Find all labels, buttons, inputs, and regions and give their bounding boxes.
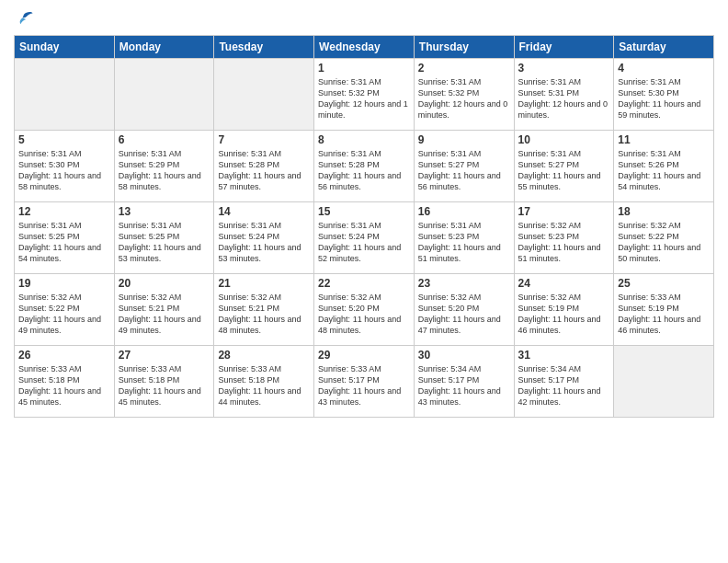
cell-content: Sunrise: 5:33 AMSunset: 5:17 PMDaylight:… — [318, 363, 410, 408]
cell-content: Sunrise: 5:31 AMSunset: 5:26 PMDaylight:… — [618, 148, 710, 193]
cell-content: Sunrise: 5:32 AMSunset: 5:23 PMDaylight:… — [518, 220, 610, 265]
calendar-cell: 25 Sunrise: 5:33 AMSunset: 5:19 PMDaylig… — [614, 274, 714, 346]
day-number: 16 — [418, 205, 510, 218]
day-number: 25 — [618, 277, 710, 290]
calendar-cell: 24 Sunrise: 5:32 AMSunset: 5:19 PMDaylig… — [514, 274, 614, 346]
calendar-table: SundayMondayTuesdayWednesdayThursdayFrid… — [14, 35, 714, 418]
week-row: 1 Sunrise: 5:31 AMSunset: 5:32 PMDayligh… — [15, 59, 714, 131]
calendar-cell: 6 Sunrise: 5:31 AMSunset: 5:29 PMDayligh… — [114, 131, 214, 202]
day-number: 20 — [119, 277, 210, 290]
day-header-wednesday: Wednesday — [314, 36, 415, 59]
day-number: 9 — [418, 133, 510, 146]
week-row: 12 Sunrise: 5:31 AMSunset: 5:25 PMDaylig… — [15, 202, 714, 274]
cell-content: Sunrise: 5:33 AMSunset: 5:18 PMDaylight:… — [218, 363, 310, 408]
day-header-sunday: Sunday — [15, 36, 115, 59]
day-number: 28 — [218, 349, 310, 362]
calendar-cell: 27 Sunrise: 5:33 AMSunset: 5:18 PMDaylig… — [114, 346, 214, 418]
calendar-cell: 12 Sunrise: 5:31 AMSunset: 5:25 PMDaylig… — [15, 202, 115, 274]
day-number: 10 — [518, 133, 610, 146]
day-number: 12 — [18, 205, 110, 218]
calendar-cell: 31 Sunrise: 5:34 AMSunset: 5:17 PMDaylig… — [514, 346, 614, 418]
day-number: 26 — [18, 349, 110, 362]
day-number: 23 — [418, 277, 510, 290]
cell-content: Sunrise: 5:32 AMSunset: 5:22 PMDaylight:… — [618, 220, 710, 265]
day-number: 1 — [318, 62, 410, 75]
cell-content: Sunrise: 5:33 AMSunset: 5:18 PMDaylight:… — [119, 363, 210, 408]
cell-content: Sunrise: 5:31 AMSunset: 5:24 PMDaylight:… — [218, 220, 310, 265]
cell-content: Sunrise: 5:34 AMSunset: 5:17 PMDaylight:… — [418, 363, 510, 408]
day-number: 11 — [618, 133, 710, 146]
calendar-cell: 4 Sunrise: 5:31 AMSunset: 5:30 PMDayligh… — [614, 59, 714, 131]
calendar-cell: 11 Sunrise: 5:31 AMSunset: 5:26 PMDaylig… — [614, 131, 714, 202]
calendar-cell: 15 Sunrise: 5:31 AMSunset: 5:24 PMDaylig… — [314, 202, 415, 274]
calendar-cell: 5 Sunrise: 5:31 AMSunset: 5:30 PMDayligh… — [15, 131, 115, 202]
week-row: 26 Sunrise: 5:33 AMSunset: 5:18 PMDaylig… — [15, 346, 714, 418]
day-number: 17 — [518, 205, 610, 218]
calendar-cell: 18 Sunrise: 5:32 AMSunset: 5:22 PMDaylig… — [614, 202, 714, 274]
cell-content: Sunrise: 5:32 AMSunset: 5:21 PMDaylight:… — [218, 292, 310, 337]
day-number: 13 — [119, 205, 210, 218]
cell-content: Sunrise: 5:33 AMSunset: 5:19 PMDaylight:… — [618, 292, 710, 337]
calendar-cell: 26 Sunrise: 5:33 AMSunset: 5:18 PMDaylig… — [15, 346, 115, 418]
cell-content: Sunrise: 5:31 AMSunset: 5:23 PMDaylight:… — [418, 220, 510, 265]
day-number: 14 — [218, 205, 310, 218]
calendar-cell: 3 Sunrise: 5:31 AMSunset: 5:31 PMDayligh… — [514, 59, 614, 131]
cell-content: Sunrise: 5:33 AMSunset: 5:18 PMDaylight:… — [18, 363, 110, 408]
day-number: 7 — [218, 133, 310, 146]
day-number: 29 — [318, 349, 410, 362]
day-header-tuesday: Tuesday — [214, 36, 314, 59]
cell-content: Sunrise: 5:31 AMSunset: 5:32 PMDaylight:… — [318, 76, 410, 121]
logo — [14, 9, 36, 29]
header-row: SundayMondayTuesdayWednesdayThursdayFrid… — [15, 36, 714, 59]
calendar-cell: 8 Sunrise: 5:31 AMSunset: 5:28 PMDayligh… — [314, 131, 415, 202]
day-number: 4 — [618, 62, 710, 75]
cell-content: Sunrise: 5:31 AMSunset: 5:28 PMDaylight:… — [218, 148, 310, 193]
day-header-thursday: Thursday — [414, 36, 514, 59]
calendar-cell: 21 Sunrise: 5:32 AMSunset: 5:21 PMDaylig… — [214, 274, 314, 346]
cell-content: Sunrise: 5:31 AMSunset: 5:27 PMDaylight:… — [418, 148, 510, 193]
cell-content: Sunrise: 5:31 AMSunset: 5:27 PMDaylight:… — [518, 148, 610, 193]
cell-content: Sunrise: 5:31 AMSunset: 5:25 PMDaylight:… — [18, 220, 110, 265]
day-header-monday: Monday — [114, 36, 214, 59]
day-number: 15 — [318, 205, 410, 218]
page-header — [14, 9, 714, 29]
logo-icon — [14, 9, 34, 29]
calendar-cell: 16 Sunrise: 5:31 AMSunset: 5:23 PMDaylig… — [414, 202, 514, 274]
calendar-cell: 9 Sunrise: 5:31 AMSunset: 5:27 PMDayligh… — [414, 131, 514, 202]
cell-content: Sunrise: 5:34 AMSunset: 5:17 PMDaylight:… — [518, 363, 610, 408]
day-number: 31 — [518, 349, 610, 362]
cell-content: Sunrise: 5:31 AMSunset: 5:24 PMDaylight:… — [318, 220, 410, 265]
calendar-cell — [114, 59, 214, 131]
calendar-cell: 17 Sunrise: 5:32 AMSunset: 5:23 PMDaylig… — [514, 202, 614, 274]
calendar-cell: 10 Sunrise: 5:31 AMSunset: 5:27 PMDaylig… — [514, 131, 614, 202]
cell-content: Sunrise: 5:31 AMSunset: 5:29 PMDaylight:… — [119, 148, 210, 193]
cell-content: Sunrise: 5:32 AMSunset: 5:19 PMDaylight:… — [518, 292, 610, 337]
calendar-cell: 7 Sunrise: 5:31 AMSunset: 5:28 PMDayligh… — [214, 131, 314, 202]
calendar-cell — [15, 59, 115, 131]
calendar-cell: 1 Sunrise: 5:31 AMSunset: 5:32 PMDayligh… — [314, 59, 415, 131]
day-number: 18 — [618, 205, 710, 218]
day-number: 8 — [318, 133, 410, 146]
cell-content: Sunrise: 5:32 AMSunset: 5:22 PMDaylight:… — [18, 292, 110, 337]
cell-content: Sunrise: 5:31 AMSunset: 5:28 PMDaylight:… — [318, 148, 410, 193]
week-row: 5 Sunrise: 5:31 AMSunset: 5:30 PMDayligh… — [15, 131, 714, 202]
cell-content: Sunrise: 5:32 AMSunset: 5:20 PMDaylight:… — [418, 292, 510, 337]
calendar-cell — [214, 59, 314, 131]
week-row: 19 Sunrise: 5:32 AMSunset: 5:22 PMDaylig… — [15, 274, 714, 346]
calendar-cell: 2 Sunrise: 5:31 AMSunset: 5:32 PMDayligh… — [414, 59, 514, 131]
day-number: 2 — [418, 62, 510, 75]
day-number: 24 — [518, 277, 610, 290]
calendar-cell: 30 Sunrise: 5:34 AMSunset: 5:17 PMDaylig… — [414, 346, 514, 418]
calendar-cell: 22 Sunrise: 5:32 AMSunset: 5:20 PMDaylig… — [314, 274, 415, 346]
cell-content: Sunrise: 5:31 AMSunset: 5:25 PMDaylight:… — [119, 220, 210, 265]
calendar-cell: 23 Sunrise: 5:32 AMSunset: 5:20 PMDaylig… — [414, 274, 514, 346]
calendar-cell: 13 Sunrise: 5:31 AMSunset: 5:25 PMDaylig… — [114, 202, 214, 274]
cell-content: Sunrise: 5:31 AMSunset: 5:30 PMDaylight:… — [18, 148, 110, 193]
calendar-cell: 19 Sunrise: 5:32 AMSunset: 5:22 PMDaylig… — [15, 274, 115, 346]
cell-content: Sunrise: 5:31 AMSunset: 5:32 PMDaylight:… — [418, 76, 510, 121]
day-header-friday: Friday — [514, 36, 614, 59]
calendar-cell: 14 Sunrise: 5:31 AMSunset: 5:24 PMDaylig… — [214, 202, 314, 274]
day-number: 19 — [18, 277, 110, 290]
day-number: 30 — [418, 349, 510, 362]
day-number: 27 — [119, 349, 210, 362]
